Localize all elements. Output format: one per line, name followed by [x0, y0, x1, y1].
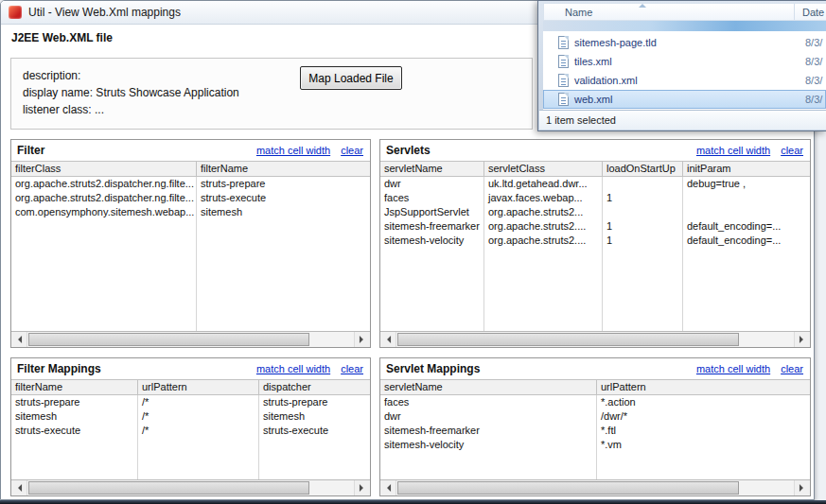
col-servletClass[interactable]: servletClass [484, 161, 603, 177]
cell: *.action [597, 395, 810, 409]
table-row[interactable]: sitemesh-velocity org.apache.struts2....… [380, 234, 810, 248]
horizontal-scrollbar[interactable] [11, 331, 370, 347]
col-filterName[interactable]: filterName [197, 161, 370, 177]
scroll-track[interactable] [27, 480, 354, 495]
match-cell-width-link[interactable]: match cell width [696, 363, 770, 374]
cell [683, 191, 810, 205]
file-name: web.xml [574, 94, 612, 105]
scroll-right-arrow-icon[interactable] [794, 332, 810, 347]
panel-title: Filter [17, 144, 44, 157]
col-dispatcher[interactable]: dispatcher [259, 379, 370, 395]
col-servletName[interactable]: servletName [380, 379, 597, 395]
table-row[interactable]: faces javax.faces.webap... 1 [380, 191, 810, 205]
scroll-right-arrow-icon[interactable] [354, 332, 370, 347]
cell: struts-prepare [197, 177, 370, 191]
file-row[interactable]: validation.xml 8/3/ [543, 71, 826, 90]
table-row[interactable]: struts-execute /* struts-execute [11, 424, 370, 438]
scroll-track[interactable] [396, 480, 794, 495]
scroll-left-arrow-icon[interactable] [11, 332, 27, 347]
description-box: description: display name: Struts Showca… [10, 58, 533, 130]
file-name: validation.xml [574, 75, 638, 86]
col-urlPattern[interactable]: urlPattern [138, 379, 259, 395]
cell: JspSupportServlet [380, 205, 484, 219]
scroll-track[interactable] [27, 332, 354, 347]
col-urlPattern[interactable]: urlPattern [597, 379, 810, 395]
clear-link[interactable]: clear [341, 363, 363, 374]
clear-link[interactable]: clear [341, 145, 363, 156]
clear-link[interactable]: clear [781, 363, 803, 374]
cell: javax.faces.webap... [484, 191, 603, 205]
servlet-mappings-panel-header: Servlet Mappings match cell width clear [380, 358, 810, 379]
table-row[interactable]: sitemesh-freemarker org.apache.struts2..… [380, 219, 810, 234]
cell: org.apache.struts2.dispatcher.ng.filte..… [11, 177, 197, 191]
scroll-thumb[interactable] [397, 333, 739, 346]
cell: org.apache.struts2.... [484, 219, 603, 234]
description-line: description: [23, 67, 532, 84]
table-row[interactable]: dwr /dwr/* [380, 409, 810, 424]
file-row[interactable]: sitemesh-page.tld 8/3/ [543, 33, 826, 52]
scroll-left-arrow-icon[interactable] [11, 480, 27, 495]
file-date: 8/3/ [805, 37, 822, 48]
cell: 1 [603, 219, 683, 234]
table-row[interactable]: sitemesh-freemarker *.ftl [380, 424, 810, 438]
scroll-right-arrow-icon[interactable] [354, 480, 370, 495]
cell: debug=true , [683, 177, 810, 191]
match-cell-width-link[interactable]: match cell width [256, 363, 330, 374]
scroll-right-arrow-icon[interactable] [794, 480, 810, 495]
cell [603, 177, 683, 191]
map-loaded-file-button[interactable]: Map Loaded File [300, 66, 402, 90]
screen: Util - View Web.Xml mappings J2EE Web.XM… [0, 0, 826, 504]
col-servletName[interactable]: servletName [380, 161, 484, 177]
display-name-line: display name: Struts Showcase Applicatio… [23, 84, 532, 101]
cell: struts-execute [197, 191, 370, 205]
document-icon [558, 55, 569, 68]
cell: uk.ltd.getahead.dwr... [484, 177, 603, 191]
scroll-thumb[interactable] [397, 481, 739, 495]
scroll-left-arrow-icon[interactable] [380, 332, 396, 347]
file-row-selected[interactable]: web.xml 8/3/ [543, 90, 826, 109]
page-heading: J2EE Web.XML file [11, 31, 113, 44]
scroll-thumb[interactable] [28, 333, 309, 346]
explorer-column-headers: Name Date [543, 3, 826, 21]
col-initParam[interactable]: initParam [683, 161, 810, 177]
cell: org.apache.struts2.... [484, 234, 603, 248]
scroll-thumb[interactable] [28, 481, 309, 495]
match-cell-width-link[interactable]: match cell width [256, 145, 330, 156]
clear-link[interactable]: clear [781, 145, 803, 156]
table-row[interactable]: dwr uk.ltd.getahead.dwr... debug=true , [380, 177, 810, 191]
table-row[interactable]: sitemesh /* sitemesh [11, 409, 370, 424]
col-loadOnStartUp[interactable]: loadOnStartUp [603, 161, 683, 177]
cell: struts-prepare [11, 395, 138, 409]
table-row[interactable]: struts-prepare /* struts-prepare [11, 395, 370, 409]
glass-streak [543, 21, 826, 31]
cell: faces [380, 191, 484, 205]
table-filler [380, 248, 810, 331]
app-icon [9, 6, 22, 19]
servlet-mappings-table: servletName urlPattern faces *.action dw… [380, 379, 810, 479]
table-row[interactable]: sitemesh-velocity *.vm [380, 438, 810, 452]
table-row[interactable]: org.apache.struts2.dispatcher.ng.filte..… [11, 191, 370, 205]
col-filterClass[interactable]: filterClass [11, 161, 197, 177]
table-row[interactable]: faces *.action [380, 395, 810, 409]
scroll-left-arrow-icon[interactable] [380, 480, 396, 495]
cell [603, 205, 683, 219]
scroll-track[interactable] [396, 332, 794, 347]
filter-mappings-panel: Filter Mappings match cell width clear f… [10, 357, 371, 496]
horizontal-scrollbar[interactable] [380, 331, 810, 347]
column-header-name[interactable]: Name [544, 7, 794, 18]
file-row[interactable]: tiles.xml 8/3/ [543, 52, 826, 71]
col-filterName[interactable]: filterName [11, 379, 138, 395]
panel-title: Servlets [386, 144, 431, 157]
filter-table: filterClass filterName org.apache.struts… [11, 161, 370, 331]
table-filler [11, 219, 370, 331]
file-date: 8/3/ [805, 75, 822, 86]
match-cell-width-link[interactable]: match cell width [696, 145, 770, 156]
table-row[interactable]: com.opensymphony.sitemesh.webap... sitem… [11, 205, 370, 219]
table-row[interactable]: org.apache.struts2.dispatcher.ng.filte..… [11, 177, 370, 191]
cell: 1 [603, 191, 683, 205]
servlets-table: servletName servletClass loadOnStartUp i… [380, 161, 810, 331]
horizontal-scrollbar[interactable] [380, 479, 810, 495]
column-header-date[interactable]: Date [795, 7, 824, 18]
table-row[interactable]: JspSupportServlet org.apache.struts2... [380, 205, 810, 219]
horizontal-scrollbar[interactable] [11, 479, 370, 495]
